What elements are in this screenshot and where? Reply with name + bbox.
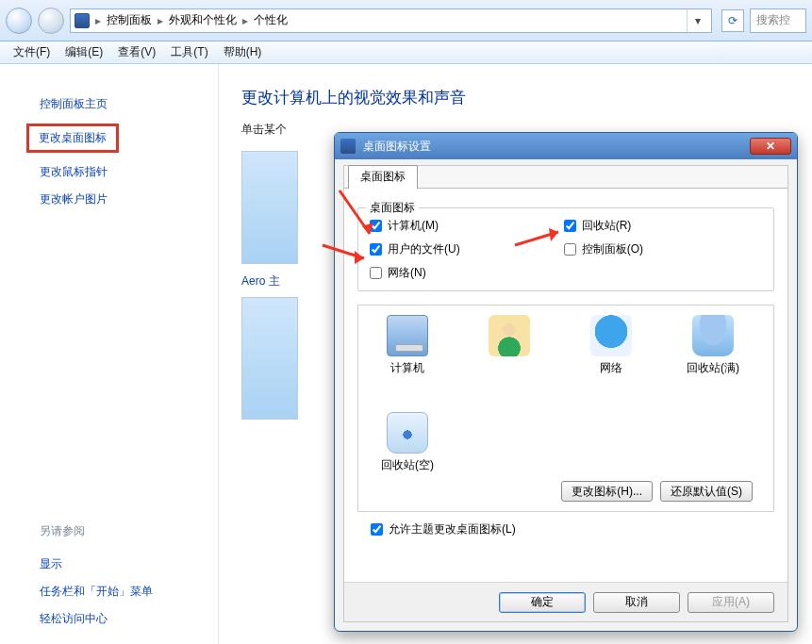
- sidebar-item-ease-of-access[interactable]: 轻松访问中心: [0, 605, 219, 633]
- sidebar: 控制面板主页 更改桌面图标 更改鼠标指针 更改帐户图片 另请参阅 显示 任务栏和…: [0, 64, 219, 644]
- sidebar-see-also-label: 另请参阅: [0, 523, 219, 551]
- menu-bar: 文件(F) 编辑(E) 查看(V) 工具(T) 帮助(H): [0, 41, 812, 64]
- icon-item-recycle-full[interactable]: 回收站(满): [673, 315, 753, 376]
- sidebar-item-desktop-icons[interactable]: 更改桌面图标: [26, 124, 119, 153]
- icon-item-computer[interactable]: 计算机: [368, 315, 447, 376]
- nav-forward-button[interactable]: [38, 8, 64, 34]
- sidebar-home[interactable]: 控制面板主页: [0, 91, 218, 118]
- menu-edit[interactable]: 编辑(E): [65, 44, 103, 60]
- theme-thumbnail[interactable]: [241, 297, 298, 420]
- recycle-bin-full-icon: [692, 315, 734, 356]
- recycle-bin-empty-icon: [387, 412, 428, 454]
- tab-content: 桌面图标 计算机(M) 用户的文件(U) 网络(N) 回收站(R) 控制面板(O…: [344, 189, 787, 576]
- search-input[interactable]: 搜索控: [750, 8, 806, 33]
- menu-help[interactable]: 帮助(H): [224, 44, 262, 60]
- allow-themes-checkbox[interactable]: 允许主题更改桌面图标(L): [357, 512, 774, 537]
- checkbox-user-files[interactable]: 用户的文件(U): [370, 241, 460, 257]
- breadcrumb-item[interactable]: 个性化: [254, 12, 288, 28]
- dialog-titlebar[interactable]: 桌面图标设置 ✕: [335, 133, 797, 159]
- dialog-title: 桌面图标设置: [363, 139, 742, 155]
- menu-file[interactable]: 文件(F): [13, 44, 50, 60]
- address-bar: ▸ 控制面板 ▸ 外观和个性化 ▸ 个性化 ▾ ⟳ 搜索控: [0, 0, 812, 41]
- sidebar-item-mouse-pointers[interactable]: 更改鼠标指针: [0, 158, 218, 186]
- menu-view[interactable]: 查看(V): [118, 44, 156, 60]
- checkbox-network[interactable]: 网络(N): [370, 265, 460, 281]
- computer-icon: [387, 315, 428, 356]
- close-button[interactable]: ✕: [750, 138, 791, 155]
- chevron-right-icon: ▸: [157, 14, 163, 27]
- dialog-icon: [340, 139, 356, 154]
- cancel-button[interactable]: 取消: [593, 592, 680, 613]
- sidebar-item-taskbar[interactable]: 任务栏和「开始」菜单: [0, 578, 219, 605]
- nav-back-button[interactable]: [6, 8, 32, 34]
- desktop-icons-group: 桌面图标 计算机(M) 用户的文件(U) 网络(N) 回收站(R) 控制面板(O…: [357, 207, 774, 291]
- sidebar-item-display[interactable]: 显示: [0, 551, 219, 578]
- dialog-footer: 确定 取消 应用(A): [344, 582, 787, 621]
- theme-thumbnail[interactable]: [241, 151, 298, 264]
- tab-strip: 桌面图标: [344, 166, 787, 189]
- desktop-icon-settings-dialog: 桌面图标设置 ✕ 桌面图标 桌面图标 计算机(M) 用户的文件(U) 网络(N)…: [334, 132, 798, 632]
- network-icon: [590, 315, 632, 356]
- chevron-right-icon: ▸: [95, 14, 101, 27]
- control-panel-icon: [75, 13, 90, 28]
- page-title: 更改计算机上的视觉效果和声音: [241, 87, 789, 108]
- sidebar-item-account-picture[interactable]: 更改帐户图片: [0, 186, 218, 213]
- breadcrumb-item[interactable]: 外观和个性化: [169, 12, 237, 28]
- menu-tools[interactable]: 工具(T): [171, 44, 207, 60]
- breadcrumb-dropdown[interactable]: ▾: [687, 9, 707, 32]
- icon-item-recycle-empty[interactable]: 回收站(空): [368, 412, 447, 473]
- group-label: 桌面图标: [366, 200, 419, 216]
- ok-button[interactable]: 确定: [499, 592, 586, 613]
- icon-item-network[interactable]: 网络: [572, 315, 651, 376]
- icon-preview-box: 计算机 网络 回收站(满): [357, 305, 774, 512]
- checkbox-recycle-bin[interactable]: 回收站(R): [564, 218, 643, 234]
- user-icon: [489, 315, 530, 356]
- restore-default-button[interactable]: 还原默认值(S): [660, 481, 753, 502]
- icon-item-user[interactable]: [470, 315, 549, 376]
- breadcrumb[interactable]: ▸ 控制面板 ▸ 外观和个性化 ▸ 个性化 ▾: [70, 8, 712, 33]
- apply-button[interactable]: 应用(A): [688, 592, 774, 613]
- refresh-button[interactable]: ⟳: [721, 9, 744, 32]
- change-icon-button[interactable]: 更改图标(H)...: [561, 481, 653, 502]
- chevron-right-icon: ▸: [242, 14, 248, 27]
- dialog-body: 桌面图标 桌面图标 计算机(M) 用户的文件(U) 网络(N) 回收站(R) 控…: [343, 165, 788, 622]
- checkbox-control-panel[interactable]: 控制面板(O): [564, 241, 643, 257]
- tab-desktop-icons[interactable]: 桌面图标: [348, 165, 418, 189]
- breadcrumb-item[interactable]: 控制面板: [107, 12, 152, 28]
- checkbox-computer[interactable]: 计算机(M): [370, 218, 460, 234]
